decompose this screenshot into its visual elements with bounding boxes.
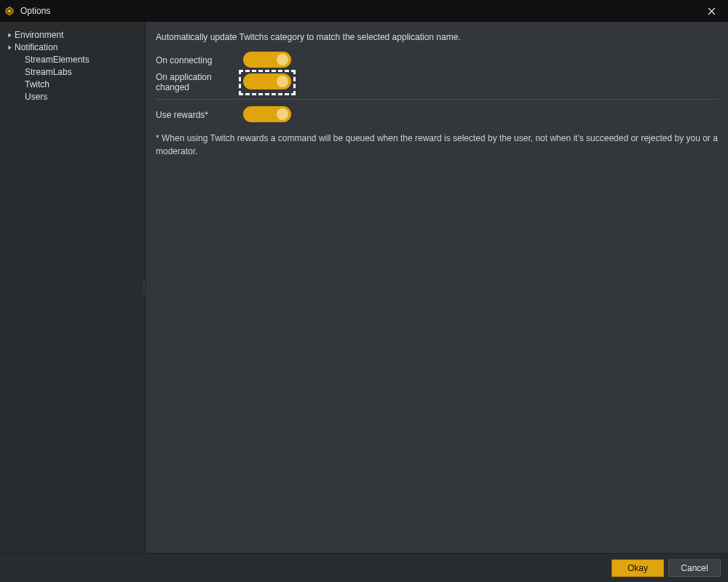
content-area: Environment Notification StreamElements … — [0, 22, 728, 553]
toggle-on-connecting[interactable] — [243, 52, 291, 70]
separator — [156, 99, 718, 100]
row-on-application-changed: On application changed — [156, 71, 718, 93]
sidebar-item-label: StreamElements — [25, 54, 90, 66]
sidebar-item-streamlabs[interactable]: StreamLabs — [0, 66, 145, 79]
sidebar-item-notification[interactable]: Notification — [0, 41, 145, 54]
sidebar-item-streamelements[interactable]: StreamElements — [0, 54, 145, 66]
row-on-connecting: On connecting — [156, 49, 718, 71]
toggle-label: On application changed — [156, 72, 243, 92]
window-title: Options — [20, 6, 50, 16]
close-icon — [708, 7, 716, 15]
okay-button[interactable]: Okay — [612, 559, 664, 577]
sidebar-item-label: StreamLabs — [25, 66, 72, 79]
toggle-label: Use rewards* — [156, 110, 243, 120]
sidebar-item-users[interactable]: Users — [0, 91, 145, 103]
sidebar-item-label: Users — [25, 91, 47, 103]
chevron-right-icon — [6, 45, 13, 50]
close-button[interactable] — [695, 0, 728, 22]
chevron-right-icon — [6, 33, 13, 38]
settings-panel: Automatically update Twitchs category to… — [146, 22, 728, 553]
section-description: Automatically update Twitchs category to… — [156, 32, 718, 42]
sidebar-item-label: Notification — [15, 41, 58, 54]
sidebar-item-label: Environment — [15, 29, 63, 41]
sidebar-item-environment[interactable]: Environment — [0, 29, 145, 41]
switch-icon — [243, 73, 291, 89]
dialog-footer: Okay Cancel — [0, 553, 728, 582]
app-icon — [4, 6, 15, 16]
row-use-rewards: Use rewards* — [156, 104, 718, 126]
titlebar: Options — [0, 0, 728, 22]
switch-icon — [243, 52, 291, 68]
switch-icon — [243, 106, 291, 122]
options-sidebar: Environment Notification StreamElements … — [0, 22, 146, 553]
toggle-label: On connecting — [156, 55, 243, 65]
cancel-button[interactable]: Cancel — [668, 559, 721, 577]
toggle-on-application-changed[interactable] — [243, 73, 291, 92]
rewards-footnote: * When using Twitch rewards a command wi… — [156, 132, 718, 158]
sidebar-item-twitch[interactable]: Twitch — [0, 79, 145, 91]
sidebar-item-label: Twitch — [25, 79, 50, 91]
sidebar-resize-grip[interactable] — [142, 280, 146, 295]
toggle-use-rewards[interactable] — [243, 106, 291, 124]
